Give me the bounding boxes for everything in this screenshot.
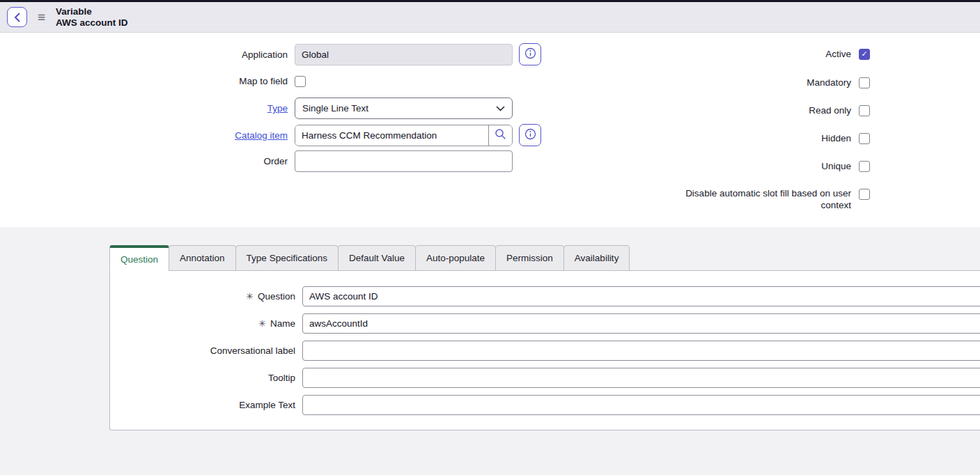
name-row: ✳ Name [110, 313, 980, 334]
tab-availability[interactable]: Availability [563, 245, 630, 271]
tab-annotation[interactable]: Annotation [169, 245, 236, 271]
name-input[interactable] [302, 313, 980, 334]
record-name-label: AWS account ID [56, 17, 128, 29]
tab-strip: Question Annotation Type Specifications … [109, 245, 980, 270]
tooltip-input[interactable] [302, 368, 980, 388]
check-icon: ✓ [861, 50, 867, 58]
mandatory-row: Mandatory ✓ [550, 77, 870, 88]
type-select[interactable]: Single Line Text [295, 98, 513, 119]
catalog-item-input[interactable] [295, 125, 488, 146]
tab-question[interactable]: Question [109, 245, 169, 271]
map-to-field-checkbox[interactable]: ✓ [295, 76, 306, 87]
active-label: Active [825, 48, 851, 60]
order-input[interactable] [295, 150, 513, 172]
info-icon [524, 47, 536, 62]
question-label: ✳ Question [110, 291, 302, 302]
disable-slot-fill-row: Disable automatic slot fill based on use… [550, 187, 870, 211]
catalog-item-reference [295, 125, 513, 146]
question-row: ✳ Question [110, 286, 980, 306]
back-chevron-icon [14, 13, 20, 22]
tab-type-specifications[interactable]: Type Specifications [235, 245, 339, 271]
disable-slot-fill-checkbox[interactable]: ✓ [859, 189, 870, 200]
conversational-label-label: Conversational label [110, 345, 302, 356]
order-row: Order [0, 150, 513, 172]
unique-checkbox[interactable]: ✓ [859, 161, 870, 172]
application-label: Application [0, 49, 295, 61]
catalog-item-info-button[interactable] [519, 124, 541, 146]
unique-label: Unique [821, 160, 851, 172]
question-tab-panel: ✳ Question ✳ Name Conversational label T… [109, 270, 980, 430]
active-row: Active ✓ [550, 48, 870, 60]
unique-row: Unique ✓ [550, 160, 870, 172]
record-type-label: Variable [56, 6, 128, 17]
application-info-button[interactable] [519, 43, 541, 65]
type-select-value: Single Line Text [302, 103, 368, 114]
tooltip-row: Tooltip [110, 368, 980, 388]
read-only-row: Read only ✓ [550, 104, 870, 116]
disable-slot-fill-label: Disable automatic slot fill based on use… [677, 187, 851, 211]
catalog-item-row: Catalog item [0, 124, 541, 146]
example-text-input[interactable] [302, 395, 980, 415]
conversational-label-row: Conversational label [110, 341, 980, 361]
read-only-label: Read only [809, 104, 851, 116]
catalog-item-label-link[interactable]: Catalog item [0, 130, 295, 141]
application-input[interactable] [295, 44, 513, 65]
tab-auto-populate[interactable]: Auto-populate [415, 245, 496, 271]
map-to-field-row: Map to field ✓ [0, 75, 306, 87]
hidden-label: Hidden [821, 132, 851, 144]
type-label-link[interactable]: Type [0, 102, 295, 114]
example-text-label: Example Text [110, 400, 302, 410]
name-label: ✳ Name [110, 318, 302, 329]
question-input[interactable] [302, 286, 980, 306]
map-to-field-label: Map to field [0, 75, 295, 87]
form-header: ≡ Variable AWS account ID [0, 2, 980, 33]
read-only-checkbox[interactable]: ✓ [859, 105, 870, 116]
mandatory-label: Mandatory [807, 77, 851, 88]
application-row: Application [0, 43, 541, 65]
chevron-down-icon [496, 103, 505, 114]
info-icon [524, 128, 536, 143]
example-text-row: Example Text [110, 395, 980, 415]
hidden-row: Hidden ✓ [550, 132, 870, 144]
tab-permission[interactable]: Permission [495, 245, 564, 271]
order-label: Order [0, 155, 295, 167]
conversational-label-input[interactable] [302, 341, 980, 361]
search-icon [495, 128, 506, 143]
required-icon: ✳ [246, 292, 254, 301]
mandatory-checkbox[interactable]: ✓ [859, 77, 870, 88]
required-icon: ✳ [258, 319, 266, 328]
active-checkbox[interactable]: ✓ [859, 49, 870, 60]
tabbed-section: Question Annotation Type Specifications … [0, 227, 980, 475]
context-menu-icon[interactable]: ≡ [38, 10, 45, 24]
page-title: Variable AWS account ID [56, 6, 128, 29]
catalog-item-lookup-button[interactable] [488, 125, 512, 146]
variable-form-top: Application Map to field ✓ Type Single L… [0, 33, 980, 227]
type-row: Type Single Line Text [0, 98, 513, 119]
back-button[interactable] [7, 7, 27, 27]
hidden-checkbox[interactable]: ✓ [859, 133, 870, 144]
tab-default-value[interactable]: Default Value [338, 245, 416, 271]
tooltip-label: Tooltip [110, 373, 302, 383]
